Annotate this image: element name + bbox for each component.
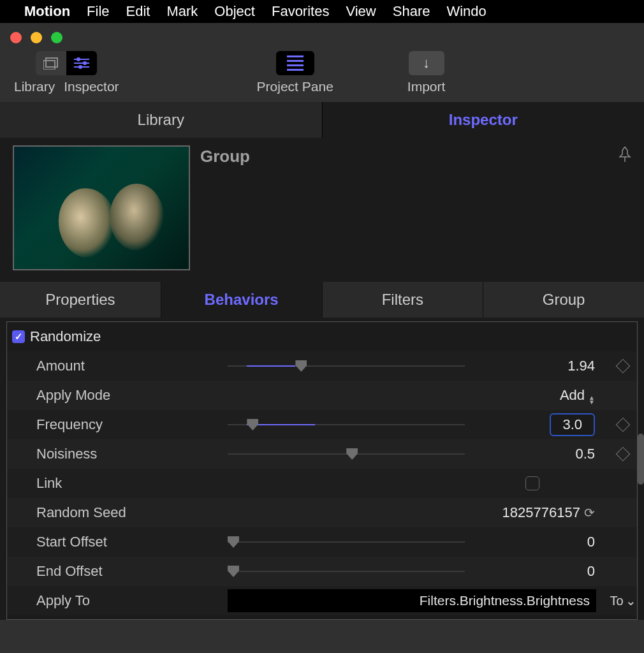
link-checkbox[interactable] <box>525 476 539 490</box>
param-row-apply-mode: Apply Mode Add▲▼ <box>7 381 637 410</box>
window-close-button[interactable] <box>10 32 22 43</box>
project-pane-label: Project Pane <box>257 79 333 94</box>
tab-filters[interactable]: Filters <box>323 282 484 318</box>
param-row-noisiness: Noisiness 0.5 <box>7 439 637 469</box>
library-toolbar-label: Library <box>14 79 55 94</box>
inspector-toolbar-label: Inspector <box>64 79 119 94</box>
random-seed-label: Random Seed <box>36 504 228 521</box>
app-window: Library Inspector Project Pane ↓ Import … <box>0 23 644 653</box>
list-lines-icon <box>287 55 304 71</box>
tab-group[interactable]: Group <box>483 282 644 318</box>
menu-edit[interactable]: Edit <box>126 3 150 20</box>
import-label: Import <box>407 79 446 94</box>
param-row-frequency: Frequency 3.0 <box>7 410 637 439</box>
tab-library[interactable]: Library <box>0 102 323 138</box>
behavior-section-title: Randomize <box>30 328 101 345</box>
noisiness-value[interactable]: 0.5 <box>470 446 604 462</box>
amount-label: Amount <box>36 358 228 374</box>
toolbar: Library Inspector Project Pane ↓ Import <box>0 47 644 102</box>
noisiness-label: Noisiness <box>36 446 228 462</box>
stack-icon <box>43 57 59 70</box>
import-button[interactable]: ↓ <box>409 51 444 75</box>
link-label: Link <box>36 475 228 492</box>
param-row-amount: Amount 1.94 <box>7 351 637 381</box>
property-tabs: Properties Behaviors Filters Group <box>0 282 644 318</box>
menu-share[interactable]: Share <box>393 3 430 20</box>
download-arrow-icon: ↓ <box>423 55 430 71</box>
noisiness-slider[interactable] <box>228 448 470 460</box>
apply-to-field[interactable]: Filters.Brightness.Brightness <box>228 589 596 612</box>
end-offset-label: End Offset <box>36 563 228 580</box>
end-offset-value[interactable]: 0 <box>470 563 604 580</box>
menu-object[interactable]: Object <box>214 3 255 20</box>
project-pane-group: Project Pane <box>257 51 333 94</box>
apply-mode-select[interactable]: Add▲▼ <box>470 387 604 404</box>
behavior-enable-checkbox[interactable]: ✓ <box>12 330 25 343</box>
param-row-link: Link <box>7 469 637 498</box>
param-row-start-offset: Start Offset 0 <box>7 527 637 557</box>
mac-menubar: Motion File Edit Mark Object Favorites V… <box>0 0 644 23</box>
toolbar-library-inspector-group: Library Inspector <box>14 51 119 94</box>
tab-behaviors[interactable]: Behaviors <box>161 282 323 318</box>
amount-keyframe-icon[interactable] <box>616 359 631 374</box>
start-offset-value[interactable]: 0 <box>470 534 604 550</box>
app-name[interactable]: Motion <box>24 3 70 20</box>
select-stepper-icon: ▲▼ <box>589 395 595 404</box>
window-zoom-button[interactable] <box>51 32 62 43</box>
svg-point-5 <box>77 57 80 61</box>
chevron-down-icon: ⌄ <box>626 593 636 608</box>
inspector-header: Group <box>0 138 644 282</box>
start-offset-label: Start Offset <box>36 534 228 550</box>
traffic-lights <box>0 23 644 47</box>
regenerate-seed-icon[interactable]: ⟳ <box>584 506 595 520</box>
svg-rect-1 <box>46 58 57 67</box>
apply-mode-label: Apply Mode <box>36 387 228 404</box>
frequency-keyframe-icon[interactable] <box>616 418 631 432</box>
inspector-toolbar-button[interactable] <box>66 51 97 75</box>
start-offset-slider[interactable] <box>228 536 470 548</box>
side-panel-tabs: Library Inspector <box>0 102 644 138</box>
svg-point-7 <box>78 65 82 69</box>
tab-inspector[interactable]: Inspector <box>323 102 645 138</box>
menu-mark[interactable]: Mark <box>166 3 198 20</box>
apply-to-picker-button[interactable]: To⌄ <box>604 593 642 608</box>
side-panel: Library Inspector Group Properties Behav… <box>0 102 644 620</box>
svg-point-6 <box>83 61 87 65</box>
sliders-icon <box>74 57 89 70</box>
apply-to-label: Apply To <box>36 592 228 609</box>
param-row-end-offset: End Offset 0 <box>7 557 637 586</box>
layer-thumbnail[interactable] <box>13 145 190 270</box>
menu-file[interactable]: File <box>87 3 109 20</box>
frequency-label: Frequency <box>36 416 228 433</box>
amount-value[interactable]: 1.94 <box>470 358 604 374</box>
param-row-random-seed: Random Seed 1825776157 ⟳ <box>7 498 637 527</box>
menu-window[interactable]: Windo <box>446 3 486 20</box>
param-row-apply-to: Apply To Filters.Brightness.Brightness T… <box>7 586 637 615</box>
menu-favorites[interactable]: Favorites <box>272 3 329 20</box>
svg-rect-0 <box>43 61 55 70</box>
library-toolbar-button[interactable] <box>36 51 66 75</box>
import-group: ↓ Import <box>407 51 446 94</box>
window-minimize-button[interactable] <box>31 32 42 43</box>
pin-icon[interactable] <box>618 145 631 166</box>
frequency-slider[interactable] <box>228 419 470 430</box>
vertical-scrollbar[interactable] <box>638 434 644 485</box>
random-seed-value[interactable]: 1825776157 ⟳ <box>470 504 604 521</box>
project-pane-button[interactable] <box>276 51 314 75</box>
behavior-section-header[interactable]: ✓ Randomize <box>7 322 637 351</box>
layer-title: Group <box>200 145 250 166</box>
noisiness-keyframe-icon[interactable] <box>616 447 631 462</box>
tab-properties[interactable]: Properties <box>0 282 161 318</box>
amount-slider[interactable] <box>228 360 470 372</box>
frequency-value-input[interactable]: 3.0 <box>550 413 595 436</box>
menu-view[interactable]: View <box>346 3 376 20</box>
end-offset-slider[interactable] <box>228 566 470 577</box>
behavior-parameters: ✓ Randomize Amount 1.94 Apply Mode A <box>6 321 638 620</box>
